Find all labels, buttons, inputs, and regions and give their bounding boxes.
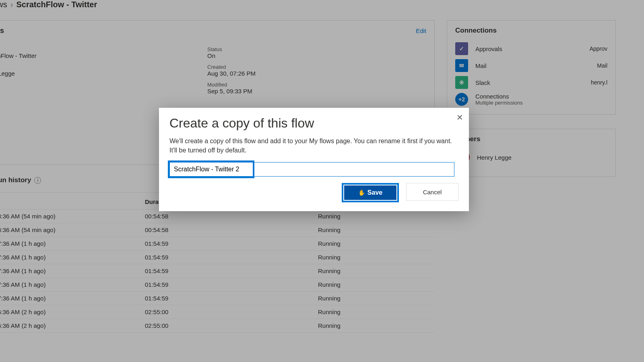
save-button[interactable]: ✋ Save <box>344 185 396 200</box>
close-icon[interactable]: ✕ <box>456 113 463 122</box>
dialog-title: Create a copy of this flow <box>169 116 458 131</box>
cancel-button[interactable]: Cancel <box>406 183 458 201</box>
cursor-icon: ✋ <box>358 189 365 196</box>
save-button-highlight: ✋ Save <box>342 183 399 202</box>
save-label: Save <box>367 189 382 196</box>
flow-name-input[interactable] <box>169 162 454 177</box>
copy-flow-dialog: ✕ Create a copy of this flow We'll creat… <box>159 108 469 211</box>
dialog-description: We'll create a copy of this flow and add… <box>169 136 458 155</box>
